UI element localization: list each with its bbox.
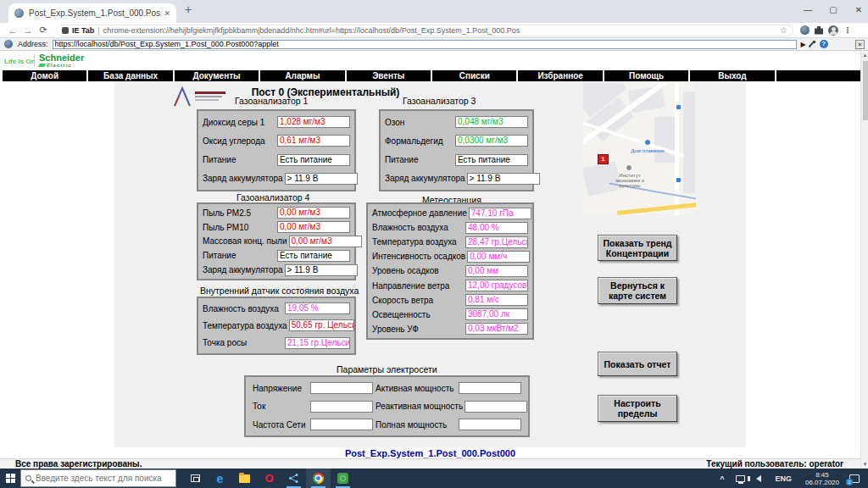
nav-item-exit[interactable]: Выход	[690, 70, 774, 81]
table-row: Интенсивность осадков 0,00 мм/ч	[372, 251, 528, 263]
forward-button[interactable]: →	[20, 25, 36, 36]
power-left-column: Напряжение Ток Частота Сети	[253, 382, 373, 430]
scrollbar-thumb[interactable]	[863, 61, 868, 120]
value-field: > 11.9 В	[467, 173, 540, 185]
window-minimize-button[interactable]: —	[798, 2, 818, 19]
scroll-up-icon[interactable]: ▲	[861, 53, 868, 58]
map[interactable]: Дом плавания Институт экономики и культу…	[583, 83, 696, 215]
share-app-icon	[288, 473, 299, 484]
task-view-button[interactable]	[183, 469, 208, 488]
opera-button[interactable]: O	[257, 469, 281, 488]
taskbar-clock[interactable]: 8:45 06.07.2020	[798, 471, 846, 486]
nav-item-database[interactable]: База данных	[88, 70, 172, 81]
field-label: Питание	[203, 251, 236, 260]
field-label: Пыль PM10	[203, 223, 248, 232]
field-label: Заряд аккумулятора	[203, 174, 283, 183]
nav-item-help[interactable]: Помощь	[604, 70, 688, 81]
applet-area: Пост 0 (Экспериментальный) Газоанализато…	[114, 81, 746, 447]
configure-limits-button[interactable]: Настроить пределы	[598, 395, 677, 422]
panel-caption-power: Параметры электросети	[337, 364, 437, 374]
ietab-help-icon[interactable]: ?	[820, 40, 828, 48]
share-app-button[interactable]	[281, 469, 306, 488]
address-input[interactable]	[53, 40, 797, 49]
nav-item-events[interactable]: Эвенты	[347, 70, 431, 81]
table-row: Ток	[253, 401, 373, 413]
bookmark-star-icon[interactable]: ☆	[780, 25, 787, 35]
npo-logo-mark-icon	[172, 86, 192, 108]
window-maximize-button[interactable]: ▢	[823, 2, 843, 19]
tab-favicon-icon	[14, 8, 24, 18]
extensions-puzzle-icon[interactable]	[815, 26, 823, 35]
current-user-text: Текущий пользователь: operator	[706, 459, 843, 469]
go-button[interactable]: ▶	[801, 41, 806, 48]
nav-item-home[interactable]: Домой	[3, 70, 86, 81]
notification-icon[interactable]: 2	[849, 474, 860, 483]
green-app-button[interactable]	[331, 469, 355, 488]
value-field: Есть питание	[277, 154, 350, 166]
start-button[interactable]	[0, 469, 20, 488]
brand-divider	[34, 54, 35, 67]
value-field: 0,00 мг/м3	[277, 207, 350, 219]
map-poi-icon	[626, 164, 632, 171]
network-icon[interactable]	[736, 475, 745, 482]
table-row: Пыль PM10 0,00 мг/м3	[203, 221, 350, 233]
browser-menu-icon[interactable]: ⋮	[843, 25, 852, 35]
value-field: > 11.9 В	[285, 264, 358, 276]
vertical-scrollbar[interactable]: ▲ ▼	[860, 51, 868, 469]
nav-item-favorites[interactable]: Избранное	[518, 70, 602, 81]
field-label: Уровень УФ	[372, 324, 419, 334]
reload-button[interactable]: ⟳	[36, 25, 51, 36]
omnibox[interactable]: IE Tab | chrome-extension://hehijbfgiekm…	[56, 25, 793, 36]
hidden-icons-chevron[interactable]: ^	[714, 474, 730, 483]
back-button[interactable]: ←	[5, 25, 20, 36]
value-field	[465, 401, 527, 413]
field-label: Заряд аккумулятора	[203, 265, 283, 274]
table-row: Уровень УФ 0,03 мкВт/м2	[372, 323, 528, 335]
search-input[interactable]	[36, 474, 163, 483]
map-marker[interactable]: 1	[598, 154, 609, 164]
volume-icon[interactable]	[756, 475, 761, 482]
field-label: Оксид углерода	[203, 136, 265, 146]
value-field: 0,00 мм	[465, 265, 528, 277]
edge-button[interactable]: e	[208, 469, 232, 488]
map-transit-icon	[676, 178, 681, 182]
file-explorer-icon	[239, 474, 250, 483]
panel-meteo: Атмосферное давление 747,10 гПа Влажност…	[366, 202, 534, 340]
value-field	[459, 419, 521, 430]
table-row: Пыль PM2.5 0,00 мг/м3	[203, 207, 350, 219]
profile-avatar-icon[interactable]	[828, 25, 838, 36]
table-row: Питание Есть питание	[203, 154, 350, 166]
nav-item-lists[interactable]: Списки	[432, 70, 516, 81]
ietab-extension-icon	[62, 27, 69, 34]
nav-item-alarms[interactable]: Алармы	[260, 70, 344, 81]
tab-close-icon[interactable]: ✕	[164, 9, 170, 18]
search-icon	[25, 475, 31, 481]
ietab-settings-icon[interactable]	[809, 41, 816, 48]
value-field: Есть питание	[277, 250, 350, 262]
back-to-systems-map-button[interactable]: Вернуться к карте систем	[598, 277, 677, 304]
map-block	[628, 86, 665, 114]
browser-tab[interactable]: Post_Exp.System_1.Post_000.Post ✕	[8, 3, 176, 23]
file-explorer-button[interactable]	[232, 469, 257, 488]
new-tab-button[interactable]: +	[185, 3, 192, 16]
field-label: Питание	[385, 155, 418, 164]
field-label: Диоксид серы 1	[203, 118, 264, 127]
field-label: Частота Сети	[253, 420, 305, 430]
scroll-down-icon[interactable]: ▼	[861, 462, 868, 467]
field-label: Ток	[253, 402, 265, 411]
table-row: Оксид углерода 0,61 мг/м3	[203, 135, 350, 147]
panel-ga1: Диоксид серы 1 1,028 мг/м3 Оксид углерод…	[197, 109, 356, 191]
taskbar: e O ^ ENG 8:45 06.07.2020 2	[0, 469, 868, 488]
nav-item-documents[interactable]: Документы	[175, 70, 259, 81]
window-close-button[interactable]: ✕	[849, 2, 868, 19]
panel-power: Напряжение Ток Частота Сети Активная мощ…	[244, 375, 530, 437]
language-indicator[interactable]: ENG	[768, 474, 798, 483]
show-trend-button[interactable]: Показать тренд Концентрации	[598, 235, 677, 261]
brand-row: Life Is On Schneider Electric	[0, 51, 868, 70]
clock-date: 06.07.2020	[805, 479, 839, 486]
ietab-close-icon[interactable]: ✕	[855, 40, 865, 49]
taskbar-search[interactable]	[20, 469, 176, 487]
ietab-toolbar-icon[interactable]	[800, 25, 810, 35]
chrome-button[interactable]	[306, 469, 331, 488]
show-report-button[interactable]: Показать отчет	[598, 352, 677, 376]
